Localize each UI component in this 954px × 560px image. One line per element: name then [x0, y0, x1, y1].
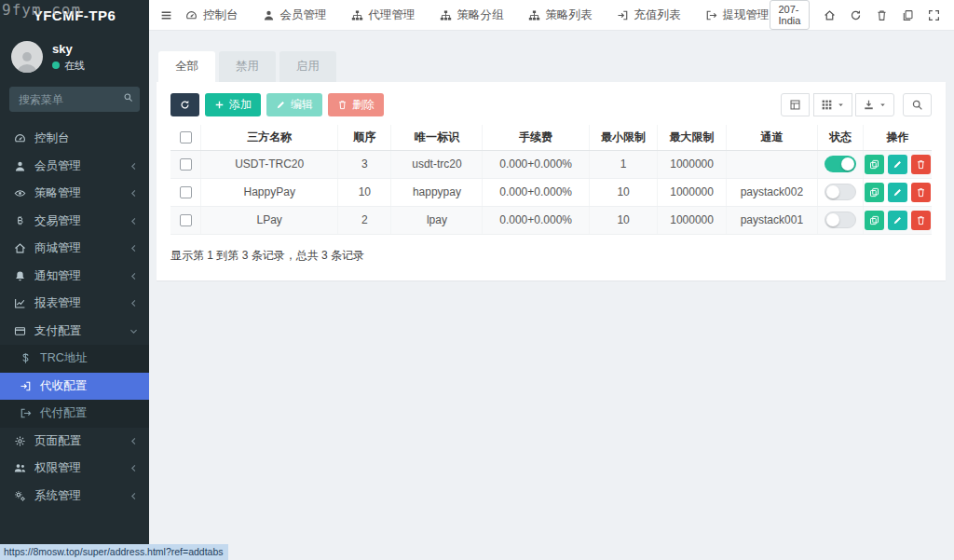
duplicate-button[interactable]: [865, 211, 884, 230]
sidebar-subitem[interactable]: TRC地址: [0, 345, 149, 373]
copy-tabs-icon[interactable]: [902, 9, 914, 21]
sidebar-item[interactable]: 页面配置: [0, 428, 149, 456]
columns-grid-icon: [821, 99, 833, 111]
sidebar-item[interactable]: 策略管理: [0, 180, 149, 208]
top-menu-label: 会员管理: [280, 7, 327, 23]
menu-search-input[interactable]: [9, 87, 140, 112]
sidebar-item[interactable]: 会员管理: [0, 153, 149, 181]
column-header: 顺序: [338, 125, 391, 150]
credit-card-icon: [13, 325, 27, 337]
sidebar-item[interactable]: 商城管理: [0, 235, 149, 263]
add-button[interactable]: 添加: [205, 93, 261, 116]
cell-key: lpay: [391, 206, 483, 234]
gear-icon: [13, 435, 27, 447]
sidebar-item[interactable]: 报表管理: [0, 290, 149, 318]
avatar: [11, 41, 43, 73]
tab[interactable]: 启用: [279, 51, 336, 82]
home-icon[interactable]: [824, 9, 836, 21]
sidebar-submenu: TRC地址代收配置代付配置: [0, 345, 149, 428]
app-logo: YFCMF-TP6: [0, 0, 149, 31]
view-button-group: [781, 93, 894, 116]
card-view-button[interactable]: [781, 93, 810, 116]
top-menu-label: 代理管理: [369, 7, 416, 23]
sidebar-item[interactable]: 权限管理: [0, 455, 149, 483]
row-delete-button[interactable]: [911, 211, 931, 230]
sidebar-search: [9, 87, 140, 112]
online-dot: [52, 61, 60, 69]
top-menu-label: 控制台: [203, 7, 238, 23]
select-all-header: [170, 125, 201, 150]
sidebar-item[interactable]: 交易管理: [0, 208, 149, 236]
tab[interactable]: 全部: [158, 51, 215, 82]
plus-icon: [214, 100, 225, 110]
table-toolbar: 添加 编辑 删除: [170, 93, 932, 116]
top-menu-item[interactable]: 代理管理: [351, 7, 416, 23]
table-row: USDT-TRC20 3 usdt-trc20 0.000+0.000% 1 1…: [170, 150, 932, 178]
row-checkbox[interactable]: [180, 214, 192, 226]
status-toggle[interactable]: [825, 212, 856, 228]
row-edit-button[interactable]: [888, 211, 907, 230]
top-menu-item[interactable]: 策略列表: [528, 7, 593, 23]
sidebar-subitem-label: 代收配置: [40, 378, 87, 394]
sidebar-item-label: 报表管理: [34, 295, 81, 311]
top-navbar: 控制台会员管理代理管理策略分组策略列表充值列表提现管理 207-India sk…: [149, 0, 954, 31]
trash-icon[interactable]: [876, 9, 888, 21]
fullscreen-icon[interactable]: [928, 9, 940, 21]
sidebar-item[interactable]: 系统管理: [0, 483, 149, 511]
refresh-icon: [180, 100, 190, 110]
users-icon: [13, 462, 27, 474]
refresh-button[interactable]: [170, 93, 199, 116]
chevron-left-icon: [129, 299, 138, 307]
row-delete-button[interactable]: [911, 183, 931, 202]
top-menu-item[interactable]: 控制台: [185, 7, 238, 23]
top-menu-label: 充值列表: [634, 7, 681, 23]
search-toggle-button[interactable]: [903, 93, 932, 116]
tachometer-icon: [185, 9, 198, 21]
chevron-left-icon: [129, 437, 138, 445]
top-menu-item[interactable]: 充值列表: [617, 7, 681, 23]
sidebar-item[interactable]: 支付配置: [0, 318, 149, 346]
menu-toggle-icon[interactable]: [160, 9, 172, 21]
bell-icon: [13, 270, 27, 282]
sidebar-subitem[interactable]: 代收配置: [0, 373, 149, 401]
duplicate-button[interactable]: [865, 183, 884, 202]
sidebar-item[interactable]: 控制台: [0, 125, 149, 153]
edit-button[interactable]: 编辑: [266, 93, 322, 116]
top-menu-item[interactable]: 策略分组: [440, 7, 504, 23]
site-badge[interactable]: 207-India: [770, 0, 811, 30]
chevron-left-icon: [129, 492, 138, 500]
row-delete-button[interactable]: [911, 155, 931, 174]
search-icon: [123, 92, 133, 102]
cell-fee: 0.000+0.000%: [483, 150, 589, 178]
row-checkbox[interactable]: [180, 186, 192, 198]
sidebar: YFCMF-TP6 sky 在线 控制台会员管理策略管理交易管理商城管理通知管理…: [0, 0, 149, 560]
column-header: 操作: [863, 125, 932, 150]
top-menu-item[interactable]: 提现管理: [705, 7, 770, 23]
top-menu-label: 策略分组: [457, 7, 504, 23]
tab[interactable]: 禁用: [219, 51, 276, 82]
row-checkbox[interactable]: [180, 158, 192, 171]
user-panel: sky 在线: [0, 31, 149, 81]
status-toggle[interactable]: [825, 156, 856, 172]
sign-in-icon: [19, 380, 33, 392]
chevron-left-icon: [129, 272, 138, 280]
sidebar-subitem[interactable]: 代付配置: [0, 400, 149, 428]
sidebar-item[interactable]: 通知管理: [0, 263, 149, 291]
top-menu-item[interactable]: 会员管理: [263, 7, 327, 23]
row-edit-button[interactable]: [888, 155, 907, 174]
row-edit-button[interactable]: [888, 183, 907, 202]
sitemap-icon: [528, 9, 540, 21]
delete-button[interactable]: 删除: [328, 93, 384, 116]
cell-max: 1000000: [658, 206, 727, 234]
status-toggle[interactable]: [825, 184, 856, 200]
column-header: 状态: [817, 125, 863, 150]
export-button[interactable]: [855, 93, 894, 116]
duplicate-button[interactable]: [865, 155, 884, 174]
columns-button[interactable]: [813, 93, 852, 116]
refresh-icon[interactable]: [850, 9, 862, 21]
sidebar-item-label: 页面配置: [34, 433, 81, 449]
navbar-right: 207-India sky: [770, 0, 954, 30]
home-icon: [13, 242, 27, 254]
table-panel: 添加 编辑 删除 三方名称顺序唯一标识手续费最小限制最大限制通道状态操作 USD…: [157, 82, 946, 280]
select-all-checkbox[interactable]: [180, 131, 192, 143]
